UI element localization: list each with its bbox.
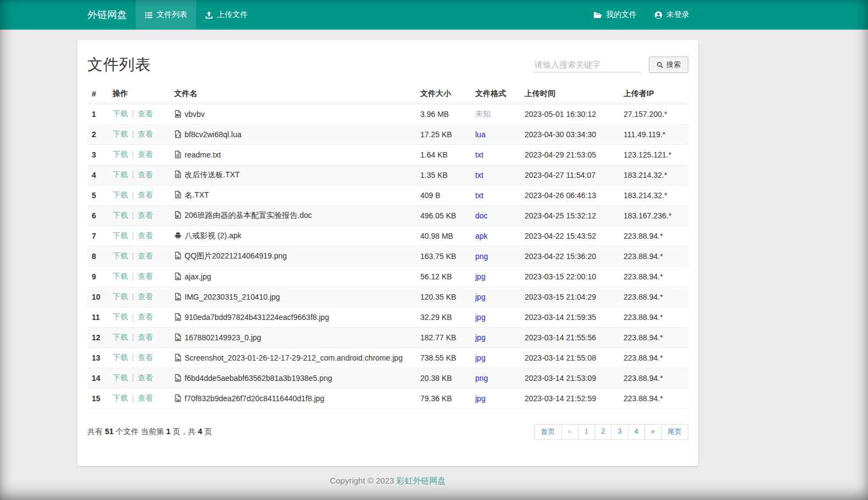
- file-size: 163.75 KB: [416, 246, 471, 267]
- download-link[interactable]: 下载: [113, 333, 128, 341]
- file-name-link[interactable]: f6bd4dde5aebabf63562b81a3b1938e5.png: [185, 374, 332, 383]
- file-name-link[interactable]: f70f832b9dea26f7d20c84116440d1f8.jpg: [185, 394, 324, 403]
- view-link[interactable]: 查看: [138, 150, 153, 159]
- view-link[interactable]: 查看: [138, 272, 153, 280]
- pagination-first[interactable]: 首页: [535, 424, 562, 440]
- pagination-page-3[interactable]: 3: [611, 424, 628, 440]
- file-name-link[interactable]: bf8cv2wi68ql.lua: [185, 130, 242, 139]
- file-name-link[interactable]: vbvbv: [185, 110, 205, 119]
- download-link[interactable]: 下载: [113, 251, 128, 260]
- download-link[interactable]: 下载: [113, 109, 128, 118]
- view-link[interactable]: 查看: [138, 251, 153, 260]
- file-name-link[interactable]: readme.txt: [185, 150, 221, 159]
- file-name-link[interactable]: 八戒影视 (2).apk: [185, 231, 241, 240]
- file-format-link[interactable]: apk: [475, 232, 488, 240]
- file-name-link[interactable]: 910eda7bdd97824b431224eacf9663f8.jpg: [185, 313, 329, 322]
- view-link[interactable]: 查看: [138, 333, 153, 341]
- view-link[interactable]: 查看: [138, 190, 153, 199]
- download-link[interactable]: 下载: [113, 272, 128, 280]
- file-size: 40.98 MB: [416, 226, 471, 246]
- file-format-link[interactable]: doc: [475, 211, 488, 220]
- view-link[interactable]: 查看: [138, 170, 153, 179]
- view-link[interactable]: 查看: [138, 130, 153, 138]
- file-name-link[interactable]: 1678802149923_0.jpg: [185, 333, 261, 342]
- view-link[interactable]: 查看: [138, 312, 153, 321]
- pagination-page-2[interactable]: 2: [594, 424, 611, 440]
- upload-time: 2023-03-14 21:55:08: [520, 348, 619, 368]
- action-separator: |: [132, 109, 134, 118]
- file-table-body: 1 下载|查看 vbvbv 3.96 MB 未知 2023-05-01 16:3…: [87, 104, 688, 409]
- nav-upload[interactable]: 上传文件: [196, 0, 257, 30]
- download-link[interactable]: 下载: [113, 292, 128, 301]
- file-format-link[interactable]: png: [475, 252, 488, 261]
- nav-login-status[interactable]: 未登录: [646, 0, 698, 30]
- download-link[interactable]: 下载: [113, 312, 128, 321]
- upload-time: 2023-04-22 15:43:52: [520, 226, 619, 246]
- pagination-page-4[interactable]: 4: [628, 424, 645, 440]
- search-button-label: 搜索: [666, 60, 681, 70]
- view-link[interactable]: 查看: [138, 231, 153, 240]
- file-format-link[interactable]: jpg: [475, 394, 486, 403]
- table-row: 3 下载|查看 readme.txt 1.64 KB txt 2023-04-2…: [87, 145, 688, 165]
- header-actions: 操作: [108, 84, 170, 104]
- file-format-link[interactable]: jpg: [475, 313, 486, 322]
- file-name-link[interactable]: 206班路由器的基本配置实验报告.doc: [185, 211, 312, 220]
- footer-brand-link[interactable]: 彩虹外链网盘: [397, 476, 446, 485]
- file-name-link[interactable]: QQ图片20221214064919.png: [185, 251, 287, 260]
- file-format-link[interactable]: jpg: [475, 353, 486, 362]
- download-link[interactable]: 下载: [113, 170, 128, 179]
- file-format-link[interactable]: txt: [475, 150, 483, 159]
- download-link[interactable]: 下载: [113, 353, 128, 362]
- nav-file-list[interactable]: 文件列表: [136, 0, 196, 30]
- file-format-link[interactable]: jpg: [475, 293, 486, 301]
- upload-time: 2023-04-25 15:32:12: [520, 206, 619, 226]
- file-format-link[interactable]: lua: [475, 130, 486, 139]
- download-link[interactable]: 下载: [113, 373, 128, 382]
- download-link[interactable]: 下载: [113, 190, 128, 199]
- file-format-link[interactable]: txt: [475, 171, 483, 179]
- file-format-link[interactable]: jpg: [475, 272, 486, 281]
- download-link[interactable]: 下载: [113, 150, 128, 159]
- pagination: 首页«1234»尾页: [535, 424, 688, 440]
- upload-time: 2023-04-29 21:53:05: [520, 145, 619, 165]
- uploader-ip: 223.88.94.*: [619, 368, 688, 389]
- nav-my-files[interactable]: 我的文件: [585, 0, 646, 30]
- navbar-right: 我的文件 未登录: [585, 0, 698, 30]
- pagination-next[interactable]: »: [644, 424, 661, 440]
- view-link[interactable]: 查看: [138, 292, 153, 301]
- search-input[interactable]: [533, 57, 641, 72]
- file-size: 182.77 KB: [416, 328, 471, 348]
- file-image-icon: [174, 293, 182, 301]
- file-name-link[interactable]: 改后传送板.TXT: [185, 170, 240, 179]
- file-format-link[interactable]: txt: [475, 191, 483, 200]
- download-link[interactable]: 下载: [113, 130, 128, 138]
- file-format-link[interactable]: png: [475, 374, 488, 383]
- view-link[interactable]: 查看: [138, 394, 153, 402]
- view-link[interactable]: 查看: [138, 353, 153, 362]
- brand[interactable]: 外链网盘: [77, 0, 136, 30]
- uploader-ip: 183.214.32.*: [619, 165, 688, 186]
- nav-login-status-label: 未登录: [666, 10, 689, 20]
- view-link[interactable]: 查看: [138, 109, 153, 118]
- list-icon: [144, 11, 153, 19]
- download-link[interactable]: 下载: [113, 394, 128, 402]
- download-link[interactable]: 下载: [113, 211, 128, 220]
- file-format-link[interactable]: jpg: [475, 333, 486, 342]
- view-link[interactable]: 查看: [138, 211, 153, 220]
- search-button[interactable]: 搜索: [649, 57, 688, 73]
- view-link[interactable]: 查看: [138, 373, 153, 382]
- file-name-link[interactable]: IMG_20230315_210410.jpg: [185, 293, 280, 301]
- upload-time: 2023-03-14 21:52:59: [520, 389, 619, 409]
- summary-text: 个文件 当前第: [116, 427, 164, 436]
- download-link[interactable]: 下载: [113, 231, 128, 240]
- file-name-link[interactable]: 名.TXT: [185, 190, 209, 199]
- pagination-prev[interactable]: «: [561, 424, 578, 440]
- pagination-page-1[interactable]: 1: [578, 424, 595, 440]
- file-image-icon: [174, 313, 182, 321]
- file-format-link[interactable]: 未知: [475, 109, 491, 118]
- file-name-link[interactable]: ajax.jpg: [185, 272, 211, 281]
- file-word-icon: [174, 211, 182, 219]
- file-name-link[interactable]: Screenshot_2023-01-26-12-17-29-212_com.a…: [185, 353, 403, 362]
- navbar-container: 外链网盘 文件列表 上传文件 我的文件 未登录: [77, 0, 698, 30]
- pagination-last[interactable]: 尾页: [661, 424, 688, 440]
